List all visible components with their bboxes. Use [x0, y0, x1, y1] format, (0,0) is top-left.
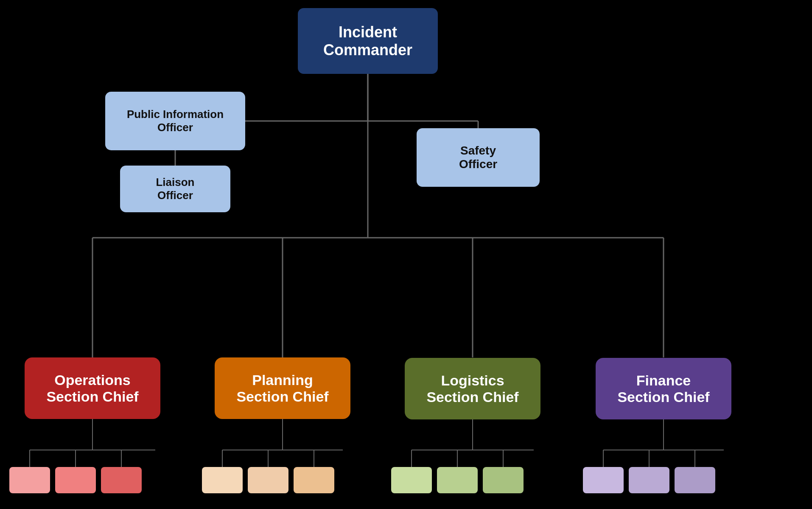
ops-sub-3 — [101, 467, 142, 493]
fin-sub-1 — [583, 467, 624, 493]
plan-sub-1 — [202, 467, 243, 493]
finance-label: FinanceSection Chief — [617, 372, 709, 405]
planning-node: PlanningSection Chief — [215, 357, 350, 419]
org-chart: IncidentCommander Public InformationOffi… — [0, 0, 812, 509]
ops-sub-1 — [9, 467, 50, 493]
pio-label: Public InformationOfficer — [127, 108, 224, 134]
liaison-node: LiaisonOfficer — [120, 166, 230, 212]
connector-lines — [0, 0, 812, 509]
fin-sub-3 — [675, 467, 715, 493]
pio-node: Public InformationOfficer — [105, 92, 245, 150]
logistics-label: LogisticsSection Chief — [426, 372, 518, 405]
operations-node: OperationsSection Chief — [25, 357, 160, 419]
finance-node: FinanceSection Chief — [596, 358, 731, 419]
incident-commander-node: IncidentCommander — [298, 8, 438, 74]
operations-label: OperationsSection Chief — [46, 372, 138, 405]
liaison-label: LiaisonOfficer — [156, 176, 194, 202]
fin-sub-2 — [629, 467, 669, 493]
planning-label: PlanningSection Chief — [236, 372, 328, 405]
safety-label: SafetyOfficer — [459, 144, 497, 171]
incident-commander-label: IncidentCommander — [323, 23, 412, 59]
ops-sub-2 — [55, 467, 96, 493]
safety-node: SafetyOfficer — [417, 128, 540, 187]
log-sub-1 — [391, 467, 432, 493]
plan-sub-3 — [294, 467, 334, 493]
logistics-node: LogisticsSection Chief — [405, 358, 540, 419]
plan-sub-2 — [248, 467, 288, 493]
log-sub-3 — [483, 467, 524, 493]
log-sub-2 — [437, 467, 478, 493]
